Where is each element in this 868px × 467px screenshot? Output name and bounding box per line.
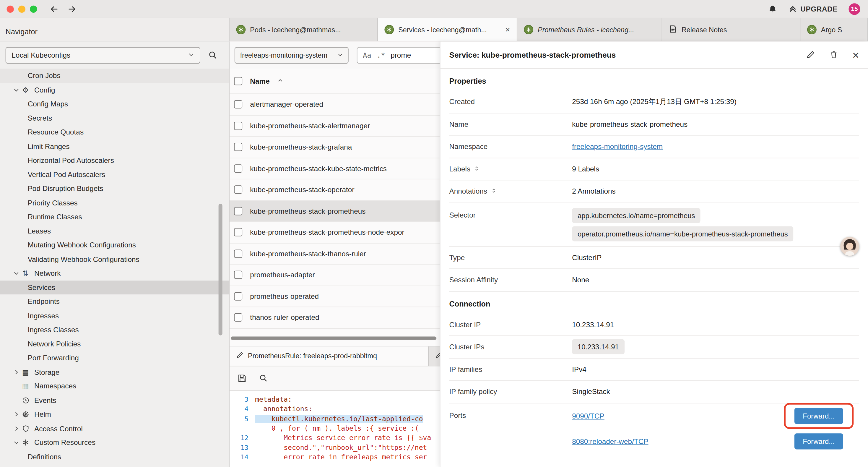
table-row-kube-prometheus-stack-grafana[interactable]: kube-prometheus-stack-grafana xyxy=(229,137,440,158)
table-row-kube-prometheus-stack-alertmanager[interactable]: kube-prometheus-stack-alertmanager xyxy=(229,115,440,137)
port-link-8080-reloader-web-tcp[interactable]: 8080:reloader-web/TCP xyxy=(572,437,648,445)
row-checkbox[interactable] xyxy=(234,164,242,173)
table-row-kube-prometheus-stack-thanos-ruler[interactable]: kube-prometheus-stack-thanos-ruler xyxy=(229,243,440,265)
detail-row-label: Selector xyxy=(449,206,572,219)
sort-updown-icon[interactable] xyxy=(490,187,497,195)
table-row-prometheus-operated[interactable]: prometheus-operated xyxy=(229,286,440,307)
tab-argo-s[interactable]: Argo S xyxy=(801,18,868,41)
sidebar-item-custom-resources[interactable]: Custom Resources xyxy=(0,436,229,450)
row-checkbox[interactable] xyxy=(234,100,242,109)
chevron-down-icon[interactable] xyxy=(13,87,22,93)
zoom-window-button[interactable] xyxy=(30,5,37,12)
table-row-kube-prometheus-stack-prometheus-node-expor[interactable]: kube-prometheus-stack-prometheus-node-ex… xyxy=(229,222,440,243)
close-icon[interactable]: × xyxy=(852,49,859,61)
tab-services-icecheng-math[interactable]: Services - icecheng@math...× xyxy=(378,18,517,41)
chevron-right-icon[interactable] xyxy=(13,369,22,375)
sidebar-item-limit-ranges[interactable]: Limit Ranges xyxy=(0,139,229,153)
tab-prometheus-rules-icecheng[interactable]: Prometheus Rules - icecheng... xyxy=(517,18,662,41)
sidebar-item-leases[interactable]: Leases xyxy=(0,224,229,238)
tab-release-notes[interactable]: Release Notes xyxy=(662,18,800,41)
sidebar-item-endpoints[interactable]: Endpoints xyxy=(0,294,229,309)
sidebar-item-network[interactable]: ⇅Network xyxy=(0,266,229,281)
dock-tab-prometheusrule[interactable]: PrometheusRule: freeleaps-prod-rabbitmq xyxy=(229,346,429,366)
tab-close-icon[interactable]: × xyxy=(505,25,510,34)
horizontal-scrollbar[interactable] xyxy=(231,337,437,340)
chevron-right-icon[interactable] xyxy=(13,411,22,418)
sidebar-item-services[interactable]: Services xyxy=(0,280,229,294)
sidebar-item-definitions[interactable]: Definitions xyxy=(0,449,229,464)
delete-icon[interactable] xyxy=(829,50,838,59)
forward-icon[interactable] xyxy=(67,4,77,13)
sidebar-item-events[interactable]: Events xyxy=(0,393,229,407)
name-column-header[interactable]: Name xyxy=(250,77,270,85)
sidebar-search-icon[interactable] xyxy=(208,50,217,60)
sidebar-item-mutating-webhook-configurations[interactable]: Mutating Webhook Configurations xyxy=(0,238,229,252)
sidebar-item-config-maps[interactable]: Config Maps xyxy=(0,97,229,111)
services-panel: freeleaps-monitoring-system Aa .* prome … xyxy=(229,41,440,467)
match-case-toggle[interactable]: Aa xyxy=(363,51,371,59)
chevron-down-icon[interactable] xyxy=(13,439,22,446)
sidebar-item-pod-disruption-budgets[interactable]: Pod Disruption Budgets xyxy=(0,181,229,196)
row-checkbox[interactable] xyxy=(234,143,242,151)
sort-updown-icon[interactable] xyxy=(473,165,480,173)
namespace-selector[interactable]: freeleaps-monitoring-system xyxy=(235,47,349,63)
sidebar-item-validating-webhook-configurations[interactable]: Validating Webhook Configurations xyxy=(0,252,229,266)
sidebar-item-storage[interactable]: ▤Storage xyxy=(0,365,229,379)
sidebar-item-priority-classes[interactable]: Priority Classes xyxy=(0,196,229,210)
table-search-input[interactable]: Aa .* prome xyxy=(357,47,440,63)
row-checkbox[interactable] xyxy=(234,292,242,300)
sidebar-item-namespaces[interactable]: ▦Namespaces xyxy=(0,379,229,393)
close-window-button[interactable] xyxy=(6,5,13,12)
table-row-prometheus-adapter[interactable]: prometheus-adapter xyxy=(229,265,440,286)
notification-count-badge[interactable]: 15 xyxy=(848,3,860,14)
sidebar-item-network-policies[interactable]: Network Policies xyxy=(0,337,229,351)
table-row-kube-prometheus-stack-operator[interactable]: kube-prometheus-stack-operator xyxy=(229,179,440,201)
table-row-thanos-ruler-operated[interactable]: thanos-ruler-operated xyxy=(229,307,440,328)
notifications-bell-icon[interactable] xyxy=(768,4,777,13)
forward-button[interactable]: Forward... xyxy=(795,408,843,424)
sidebar-item-port-forwarding[interactable]: Port Forwarding xyxy=(0,351,229,365)
sidebar-item-resource-quotas[interactable]: Resource Quotas xyxy=(0,125,229,139)
row-checkbox[interactable] xyxy=(234,207,242,215)
chevron-down-icon[interactable] xyxy=(13,270,22,276)
row-checkbox[interactable] xyxy=(234,313,242,322)
tab-pods-icecheng-mathmas[interactable]: Pods - icecheng@mathmas... xyxy=(229,18,378,41)
chevron-right-icon[interactable] xyxy=(13,425,22,432)
sidebar-item-cron-jobs[interactable]: Cron Jobs xyxy=(0,68,229,83)
line-number: 3 xyxy=(229,396,255,404)
row-checkbox[interactable] xyxy=(234,228,242,236)
minimize-window-button[interactable] xyxy=(18,5,25,12)
sidebar-scrollbar[interactable] xyxy=(219,204,222,335)
namespace-link[interactable]: freeleaps-monitoring-system xyxy=(572,143,663,151)
sidebar-item-ingresses[interactable]: Ingresses xyxy=(0,309,229,323)
save-icon[interactable] xyxy=(237,373,247,383)
port-link-9090-tcp[interactable]: 9090/TCP xyxy=(572,412,604,420)
sidebar-item-horizontal-pod-autoscalers[interactable]: Horizontal Pod Autoscalers xyxy=(0,153,229,168)
table-row-kube-prometheus-stack-prometheus[interactable]: kube-prometheus-stack-prometheus xyxy=(229,201,440,222)
sidebar-item-vertical-pod-autoscalers[interactable]: Vertical Pod Autoscalers xyxy=(0,167,229,181)
sidebar-item-helm[interactable]: Helm xyxy=(0,407,229,421)
dock-tab-partial[interactable] xyxy=(429,346,440,366)
forward-button[interactable]: Forward... xyxy=(795,433,843,449)
kubeconfig-selector[interactable]: Local Kubeconfigs xyxy=(6,47,200,63)
sidebar-item-config[interactable]: ⚙Config xyxy=(0,83,229,97)
sidebar-item-ingress-classes[interactable]: Ingress Classes xyxy=(0,323,229,337)
yaml-editor[interactable]: 3metadata:4 annotations:5 kubectl.kubern… xyxy=(229,390,440,467)
row-checkbox[interactable] xyxy=(234,271,242,279)
select-all-checkbox[interactable] xyxy=(234,77,242,85)
regex-toggle[interactable]: .* xyxy=(377,51,385,59)
edit-icon[interactable] xyxy=(806,50,815,59)
row-checkbox[interactable] xyxy=(234,121,242,130)
table-row-kube-prometheus-stack-kube-state-metrics[interactable]: kube-prometheus-stack-kube-state-metrics xyxy=(229,158,440,179)
editor-search-icon[interactable] xyxy=(259,374,268,382)
upgrade-button[interactable]: UPGRADE xyxy=(788,4,838,13)
sidebar-item-runtime-classes[interactable]: Runtime Classes xyxy=(0,210,229,224)
user-avatar[interactable] xyxy=(840,237,859,256)
back-icon[interactable] xyxy=(49,4,59,13)
row-checkbox[interactable] xyxy=(234,250,242,258)
sidebar-item-access-control[interactable]: Access Control xyxy=(0,421,229,436)
row-checkbox[interactable] xyxy=(234,185,242,194)
table-row-alertmanager-operated[interactable]: alertmanager-operated xyxy=(229,94,440,115)
sidebar-item-secrets[interactable]: Secrets xyxy=(0,111,229,125)
sort-ascending-icon[interactable] xyxy=(277,77,284,85)
